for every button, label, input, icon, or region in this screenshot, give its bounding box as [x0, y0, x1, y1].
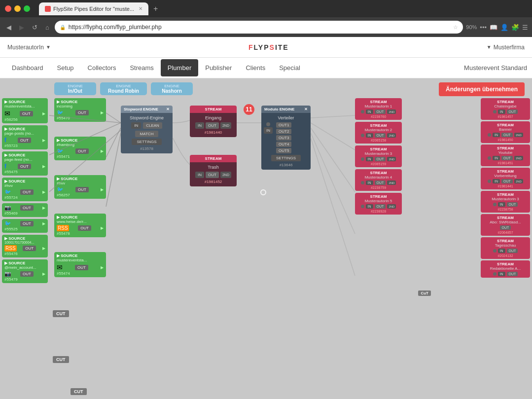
source-node-4[interactable]: ▶ SOURCE #hvv 🐦 OUT ▶ #55724: [2, 178, 48, 201]
frs8-in-btn[interactable]: IN: [498, 272, 505, 276]
source-node-5[interactable]: 📷 OUT ▶ #55469: [2, 203, 48, 217]
new-tab-btn[interactable]: +: [149, 4, 162, 13]
stream-musterautorin-3[interactable]: STREAM Musterautorin 3 IN OUT 2ND #20651…: [355, 145, 402, 167]
more-icon[interactable]: •••: [480, 24, 487, 31]
frs3-in-btn[interactable]: IN: [493, 156, 500, 160]
engine-in-out[interactable]: ENGINE In/Out: [54, 82, 96, 95]
source-out-btn-7[interactable]: OUT: [23, 246, 36, 251]
modulo-out5-btn[interactable]: OUT5: [276, 148, 291, 153]
engine-nashorn[interactable]: ENGINE Nashorn: [151, 82, 193, 95]
frs4-in-btn[interactable]: IN: [493, 179, 500, 183]
menu-icon[interactable]: ☰: [522, 24, 528, 31]
source-out-btn-8[interactable]: OUT: [20, 271, 34, 277]
sm5-out-btn[interactable]: OUT: [375, 204, 386, 209]
trash-in-btn[interactable]: IN: [195, 172, 204, 178]
stopword-close-icon[interactable]: ✕: [166, 107, 170, 111]
reload-btn[interactable]: ↺: [30, 22, 40, 33]
source-node-3[interactable]: ▶ SOURCE page-feed (no... f OUT ▶ #55475: [2, 151, 48, 176]
nav-clients[interactable]: Clients: [239, 59, 272, 76]
frs1-in-btn[interactable]: IN: [498, 109, 505, 114]
modulo-out2-btn[interactable]: OUT2: [276, 129, 291, 134]
sm5-2nd-btn[interactable]: 2ND: [387, 204, 396, 209]
stopword-settings-btn[interactable]: SETTINGS: [132, 139, 161, 145]
frs7-in-btn[interactable]: IN: [498, 249, 505, 253]
source-out-btn-2[interactable]: OUT: [18, 138, 31, 143]
stream-tagesschau[interactable]: STREAM Tagesschau IN OUT #2024132: [481, 237, 530, 259]
url-bar[interactable]: 🔒 https://flyphq.com/flyp_plumber.php ☆: [55, 21, 463, 34]
nav-setup[interactable]: Setup: [50, 59, 81, 76]
mid-source-2[interactable]: ▶ SOURCE #hamburg 🐦 OUT ▶ #55471: [54, 137, 106, 160]
frs3-out-btn[interactable]: OUT: [501, 156, 513, 160]
sm2-2nd-btn[interactable]: 2ND: [387, 133, 396, 138]
ms-out-btn-5[interactable]: OUT: [75, 265, 88, 270]
eingang-out-btn[interactable]: OUT: [206, 122, 219, 129]
frs4-2nd-btn[interactable]: 2ND: [514, 179, 523, 183]
source-out-btn-5[interactable]: OUT: [20, 205, 34, 211]
stream-musterautorin-1[interactable]: STREAM Musterautorin 1 IN OUT 2ND #22387…: [355, 98, 402, 120]
stream-chateingabe[interactable]: STREAM Chateingabe IN OUT #1981457: [481, 98, 530, 120]
stream-youtube[interactable]: STREAM Youtube IN OUT 2ND #1981451: [481, 145, 530, 166]
ms-out-btn-4[interactable]: OUT: [78, 225, 91, 231]
profile-icon[interactable]: 👤: [500, 24, 508, 31]
frs8-out-btn[interactable]: OUT: [507, 272, 518, 276]
stream-musterautorin-5[interactable]: STREAM Musterautorin 5 IN OUT 2ND #22389…: [355, 193, 402, 215]
source-out-btn-6[interactable]: OUT: [20, 221, 34, 226]
frs4-out-btn[interactable]: OUT: [501, 179, 513, 183]
sm1-2nd-btn[interactable]: 2ND: [387, 109, 396, 114]
stream-redaktionelle[interactable]: STREAM Redaktionelle A... IN OUT: [481, 260, 530, 278]
mid-source-4[interactable]: ▶ SOURCE www.heise.de/r... RSS OUT ▶ #55…: [54, 214, 106, 237]
source-out-btn-1[interactable]: OUT: [20, 111, 33, 116]
frs6-out-btn[interactable]: OUT: [500, 225, 511, 230]
active-tab[interactable]: FlypSite Pipes Editor for "muste... ✕: [39, 2, 148, 15]
back-btn[interactable]: ◀: [4, 22, 14, 33]
nav-streams[interactable]: Streams: [123, 59, 160, 76]
header-user[interactable]: MusterautorIn ▼: [7, 44, 51, 51]
mid-source-1[interactable]: ▶ SOURCE incoming 🐦 OUT ▶ #55470: [54, 98, 106, 122]
sm1-in-btn[interactable]: IN: [366, 109, 373, 114]
source-node-1[interactable]: ▶ SOURCE mustereventsta... ✉ OUT ▶ #5625…: [2, 98, 48, 123]
sm3-out-btn[interactable]: OUT: [375, 157, 386, 161]
stopword-clean-btn[interactable]: CLEAN: [143, 122, 162, 129]
modulo-out1-btn[interactable]: OUT1: [276, 122, 291, 128]
modulo-engine-node[interactable]: Modulo ENGINE ✕ Verteiler IN OUT1 OUT2 O…: [261, 106, 311, 170]
bookmark-icon[interactable]: ☆: [453, 24, 458, 31]
stream-banner[interactable]: STREAM Banner IN OUT 2ND #1981450: [481, 121, 530, 143]
sm3-in-btn[interactable]: IN: [366, 157, 373, 161]
modulo-close-icon[interactable]: ✕: [304, 107, 308, 111]
stream-vorbereitung[interactable]: STREAM Vorbereitung IN OUT 2ND #1981441: [481, 168, 530, 189]
forward-btn[interactable]: ▶: [17, 22, 27, 33]
sm4-out-btn[interactable]: OUT: [375, 181, 386, 185]
nav-collectors[interactable]: Collectors: [81, 59, 123, 76]
modulo-settings-btn[interactable]: SETTINGS: [271, 155, 301, 161]
ms-out-btn-2[interactable]: OUT: [75, 148, 89, 154]
tl-green[interactable]: [24, 5, 30, 12]
frs2-2nd-btn[interactable]: 2ND: [514, 133, 523, 137]
stopword-in-btn[interactable]: IN: [131, 122, 141, 129]
modulo-out3-btn[interactable]: OUT3: [276, 135, 291, 141]
modulo-out4-btn[interactable]: OUT4: [276, 142, 291, 147]
source-out-btn-4[interactable]: OUT: [20, 189, 34, 195]
home-btn[interactable]: ⌂: [43, 22, 52, 33]
ms-out-btn-3[interactable]: OUT: [75, 187, 89, 192]
engine-round-robin[interactable]: ENGINE Round Robin: [100, 82, 147, 95]
sm2-in-btn[interactable]: IN: [366, 133, 373, 138]
mid-source-3[interactable]: ▶ SOURCE #hvv 🐦 OUT ▶ #56257: [54, 175, 106, 199]
frs5-in-btn[interactable]: IN: [498, 202, 505, 207]
extension-icon[interactable]: 🧩: [511, 24, 519, 31]
user-dropdown-icon[interactable]: ▼: [46, 44, 51, 50]
tl-yellow[interactable]: [14, 5, 21, 12]
nav-publisher[interactable]: Publisher: [198, 59, 239, 76]
reading-icon[interactable]: 📖: [490, 24, 497, 31]
tab-close-icon[interactable]: ✕: [139, 6, 142, 11]
trash-2nd-btn[interactable]: 2ND: [220, 172, 231, 178]
source-node-2[interactable]: ▶ SOURCE page-posts (no... f OUT ▶ #5572…: [2, 125, 48, 149]
sm5-in-btn[interactable]: IN: [366, 204, 373, 209]
frs3-2nd-btn[interactable]: 2ND: [514, 156, 523, 160]
stopword-match-btn[interactable]: MATCH: [135, 131, 159, 137]
stream-musterautorin-2[interactable]: STREAM Musterautorin 2 IN OUT 2ND #20651…: [355, 122, 402, 144]
tl-red[interactable]: [5, 5, 11, 12]
source-node-7[interactable]: ▶ SOURCE 10001701730004... RSS OUT ▶ #55…: [2, 235, 48, 257]
stream-eingang-node[interactable]: STREAM Eingang IN OUT 2ND #1981440: [190, 106, 237, 137]
nav-plumber[interactable]: Plumber: [161, 59, 198, 76]
stream-abo-swr[interactable]: STREAM Abo: SWR/dasd... OUT #2064857: [481, 214, 530, 236]
